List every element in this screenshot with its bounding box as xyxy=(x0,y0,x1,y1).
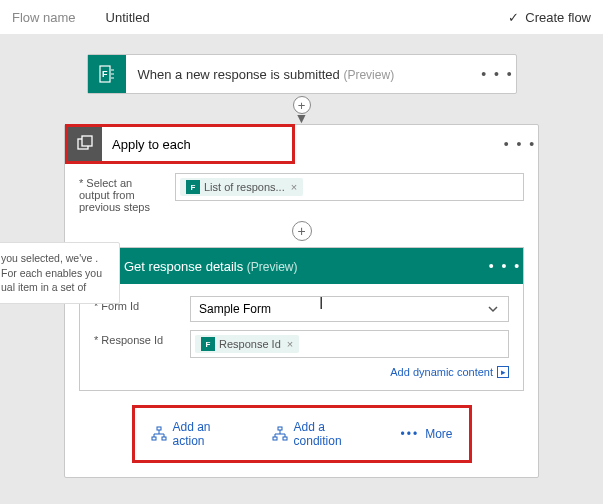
nested-header[interactable]: F Get response details (Preview) • • • xyxy=(80,248,523,284)
apply-header-highlight: Apply to each xyxy=(65,124,295,164)
select-output-label: * Select an output from previous steps xyxy=(79,173,159,213)
forms-icon: F xyxy=(88,55,126,93)
svg-text:F: F xyxy=(102,69,108,79)
checkmark-icon: ✓ xyxy=(508,10,519,25)
helper-tooltip: you selected, we've . For each enables y… xyxy=(0,242,120,304)
token-response-id[interactable]: F Response Id × xyxy=(195,335,299,353)
response-id-input[interactable]: F Response Id × xyxy=(190,330,509,358)
card-menu-button[interactable]: • • • xyxy=(502,136,538,152)
add-condition-link[interactable]: Add a condition xyxy=(272,420,361,448)
add-action-link[interactable]: Add an action xyxy=(151,420,232,448)
trigger-card[interactable]: F When a new response is submitted (Prev… xyxy=(87,54,517,94)
add-dynamic-content-link[interactable]: Add dynamic content ▸ xyxy=(94,366,509,378)
apply-title: Apply to each xyxy=(102,137,191,152)
trigger-title: When a new response is submitted (Previe… xyxy=(126,67,480,82)
apply-to-each-card: Apply to each • • • * Select an output f… xyxy=(64,124,539,478)
svg-rect-18 xyxy=(162,437,166,440)
response-id-label: * Response Id xyxy=(94,330,174,346)
flow-icon xyxy=(272,426,288,442)
svg-rect-19 xyxy=(278,427,282,430)
card-menu-button[interactable]: • • • xyxy=(480,66,516,82)
text-cursor-icon: I xyxy=(319,295,323,313)
more-dots-icon: ••• xyxy=(401,427,420,441)
forms-icon: F xyxy=(201,337,215,351)
more-link[interactable]: ••• More xyxy=(401,427,453,441)
chevron-down-icon xyxy=(486,302,500,316)
form-id-select[interactable]: Sample Form I xyxy=(190,296,509,322)
remove-token-icon[interactable]: × xyxy=(289,181,297,193)
add-inline-button[interactable]: + xyxy=(292,221,312,241)
token-list-of-responses[interactable]: F List of respons... × xyxy=(180,178,303,196)
top-bar: Flow name Untitled ✓ Create flow xyxy=(0,0,603,34)
svg-rect-6 xyxy=(82,136,92,146)
card-menu-button[interactable]: • • • xyxy=(487,258,523,274)
flow-icon xyxy=(151,426,167,442)
flow-title[interactable]: Untitled xyxy=(106,10,150,25)
get-response-details-card: F Get response details (Preview) • • • *… xyxy=(79,247,524,391)
actions-highlight: Add an action Add a condition ••• More xyxy=(132,405,472,463)
connector: + ▼ xyxy=(0,94,603,124)
loop-icon xyxy=(68,127,102,161)
select-output-input[interactable]: F List of respons... × xyxy=(175,173,524,201)
flow-name-label: Flow name xyxy=(12,10,76,25)
arrow-down-icon: ▼ xyxy=(295,114,309,122)
create-flow-button[interactable]: ✓ Create flow xyxy=(508,10,591,25)
svg-rect-25 xyxy=(283,437,287,440)
svg-rect-24 xyxy=(273,437,277,440)
svg-rect-12 xyxy=(157,427,161,430)
forms-icon: F xyxy=(186,180,200,194)
remove-token-icon[interactable]: × xyxy=(285,338,293,350)
svg-rect-17 xyxy=(152,437,156,440)
expand-icon: ▸ xyxy=(497,366,509,378)
